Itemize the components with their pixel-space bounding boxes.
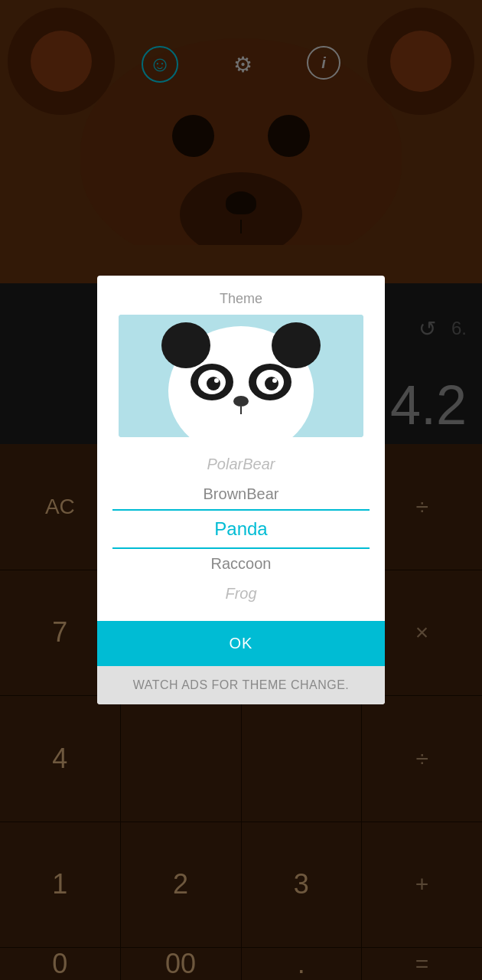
svg-point-2 xyxy=(161,322,210,368)
svg-point-9 xyxy=(265,377,278,390)
dialog-title: Theme xyxy=(97,276,385,315)
theme-polarbear[interactable]: PolarBear xyxy=(112,449,370,479)
theme-raccoon[interactable]: Raccoon xyxy=(112,549,370,579)
ok-button[interactable]: OK xyxy=(97,621,385,666)
panda-svg xyxy=(119,315,363,437)
watch-ads-button[interactable]: WATCH ADS FOR THEME CHANGE. xyxy=(97,666,385,704)
theme-panda[interactable]: Panda xyxy=(112,509,370,549)
svg-point-8 xyxy=(207,377,220,390)
theme-brownbear[interactable]: BrownBear xyxy=(112,479,370,509)
svg-point-12 xyxy=(233,396,249,407)
theme-list: PolarBear BrownBear Panda Raccoon Frog xyxy=(97,449,385,621)
panda-theme-image xyxy=(119,315,363,437)
svg-point-10 xyxy=(214,378,219,383)
theme-frog[interactable]: Frog xyxy=(112,579,370,609)
svg-point-3 xyxy=(272,322,321,368)
theme-dialog: Theme xyxy=(97,276,385,704)
svg-point-11 xyxy=(272,378,277,383)
